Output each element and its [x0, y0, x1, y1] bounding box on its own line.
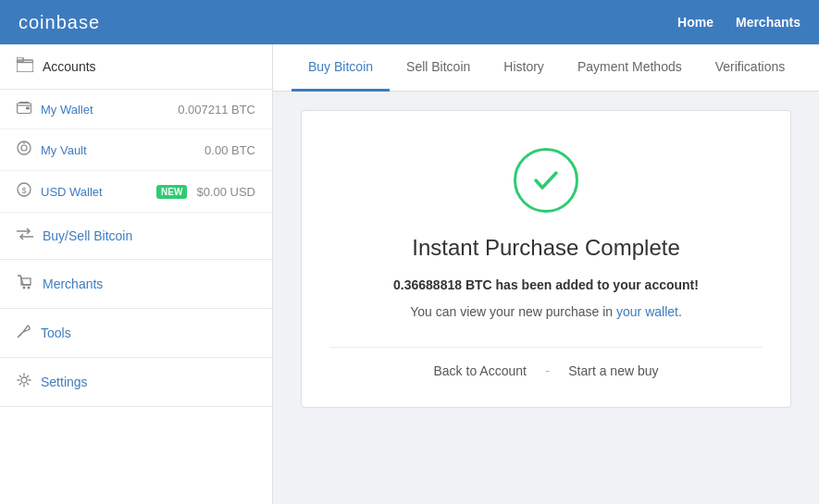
purchase-card: Instant Purchase Complete 0.36688818 BTC…	[301, 110, 791, 408]
accounts-icon	[17, 57, 33, 76]
accounts-header: Accounts	[0, 44, 272, 90]
nav-home[interactable]: Home	[677, 15, 714, 30]
svg-point-11	[23, 287, 26, 289]
gear-icon	[17, 373, 31, 391]
purchase-description: 0.36688818 BTC has been added to your ac…	[329, 276, 763, 295]
svg-text:$: $	[21, 186, 26, 195]
top-nav-links: Home Merchants	[677, 15, 800, 30]
tools-icon	[17, 324, 31, 342]
my-wallet-name[interactable]: My Wallet	[41, 103, 168, 117]
purchase-actions: Back to Account - Start a new buy	[329, 347, 763, 379]
wallet-item-my-wallet: My Wallet 0.007211 BTC	[0, 90, 272, 129]
nav-item-merchants[interactable]: Merchants	[0, 260, 272, 309]
nav-merchants[interactable]: Merchants	[736, 15, 800, 30]
buy-sell-label: Buy/Sell Bitcoin	[43, 228, 132, 243]
svg-point-15	[21, 377, 27, 383]
my-vault-balance: 0.00 BTC	[205, 143, 255, 157]
start-new-buy-link[interactable]: Start a new buy	[568, 363, 658, 378]
cart-icon	[17, 275, 33, 293]
exchange-icon	[17, 227, 33, 244]
back-to-account-link[interactable]: Back to Account	[433, 363, 526, 378]
purchase-subtext: You can view your new purchase in your w…	[329, 304, 763, 319]
tab-payment-methods[interactable]: Payment Methods	[561, 44, 699, 92]
wallet-item-usd-wallet: $ USD Wallet NEW $0.00 USD	[0, 171, 272, 213]
my-vault-name[interactable]: My Vault	[41, 143, 195, 157]
my-wallet-balance: 0.007211 BTC	[178, 103, 255, 117]
tabs-bar: Buy Bitcoin Sell Bitcoin History Payment…	[273, 44, 819, 92]
nav-item-tools[interactable]: Tools	[0, 309, 272, 358]
success-icon	[514, 148, 578, 213]
usd-icon: $	[17, 182, 31, 201]
content-area: Instant Purchase Complete 0.36688818 BTC…	[273, 92, 819, 426]
tools-label: Tools	[41, 326, 71, 340]
accounts-label: Accounts	[43, 59, 96, 74]
svg-rect-3	[26, 107, 30, 110]
new-badge: NEW	[156, 185, 187, 199]
wallet-link[interactable]: your wallet	[616, 304, 678, 319]
wallet-item-my-vault: My Vault 0.00 BTC	[0, 129, 272, 171]
tab-history[interactable]: History	[487, 44, 561, 92]
settings-label: Settings	[41, 375, 88, 389]
nav-item-settings[interactable]: Settings	[0, 358, 272, 407]
sidebar: Accounts My Wallet 0.007211 BTC	[0, 44, 273, 504]
action-separator: -	[545, 363, 550, 379]
svg-point-5	[21, 145, 27, 151]
tab-sell-bitcoin[interactable]: Sell Bitcoin	[390, 44, 487, 92]
svg-point-12	[28, 287, 31, 289]
purchase-title: Instant Purchase Complete	[329, 235, 763, 261]
usd-wallet-balance: $0.00 USD	[196, 185, 255, 199]
tab-verifications[interactable]: Verifications	[699, 44, 801, 92]
nav-item-buy-sell[interactable]: Buy/Sell Bitcoin	[0, 213, 272, 260]
merchants-label: Merchants	[43, 277, 103, 291]
usd-wallet-name[interactable]: USD Wallet	[41, 185, 142, 199]
wallet-icon	[17, 101, 31, 117]
tab-buy-bitcoin[interactable]: Buy Bitcoin	[292, 44, 390, 92]
vault-icon	[17, 141, 31, 159]
logo: coinbase	[19, 12, 100, 33]
top-nav: coinbase Home Merchants	[0, 0, 819, 44]
svg-line-14	[19, 334, 21, 336]
main-content: Buy Bitcoin Sell Bitcoin History Payment…	[273, 44, 819, 504]
